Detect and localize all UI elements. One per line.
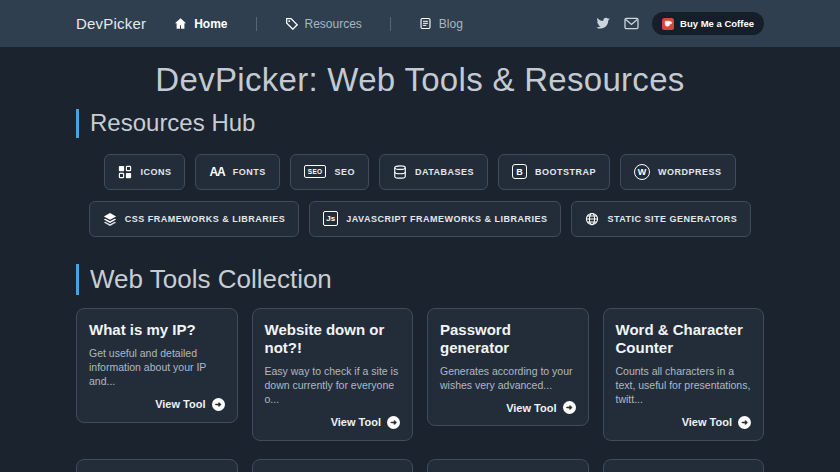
web-tools-heading: Web Tools Collection	[76, 264, 764, 295]
tool-description: Easy way to check if a site is down curr…	[265, 364, 401, 407]
resources-row-1: ICONS AA FONTS SEO SEO DATABASES B BOOTS…	[76, 154, 764, 190]
arrow-right-circle-icon: ➜	[212, 398, 225, 411]
buy-me-a-coffee-button[interactable]: Buy Me a Coffee	[652, 12, 764, 35]
resource-label: JAVASCRIPT FRAMEWORKS & LIBRARIES	[346, 214, 547, 224]
nav-item-label: Blog	[439, 17, 463, 31]
arrow-right-circle-icon: ➜	[387, 416, 400, 429]
tool-description: Get useful and detailed information abou…	[89, 346, 225, 389]
mail-icon[interactable]	[624, 17, 639, 30]
view-tool-link[interactable]: View Tool ➜	[440, 401, 576, 414]
resource-label: ICONS	[140, 167, 171, 177]
view-tool-link[interactable]: View Tool ➜	[616, 416, 752, 429]
tool-title: Website down or not?!	[265, 321, 401, 357]
tool-title: Password generator	[440, 321, 576, 357]
layers-icon	[103, 212, 117, 226]
database-icon	[393, 165, 407, 179]
tool-card-website-down: Website down or not?! Easy way to check …	[252, 308, 414, 441]
tool-title: What is my IP?	[89, 321, 225, 339]
view-tool-link[interactable]: View Tool ➜	[265, 416, 401, 429]
resource-button-wordpress[interactable]: W WORDPRESS	[620, 154, 736, 190]
nav-item-resources[interactable]: Resources	[285, 17, 362, 31]
resource-label: SEO	[334, 167, 355, 177]
page-title: DevPicker: Web Tools & Resources	[76, 61, 764, 99]
buy-me-a-coffee-label: Buy Me a Coffee	[680, 18, 754, 29]
tool-card-word-character-counter: Word & Character Counter Counts all char…	[603, 308, 765, 441]
seo-icon: SEO	[304, 165, 327, 178]
resource-button-css-frameworks[interactable]: CSS FRAMEWORKS & LIBRARIES	[89, 201, 300, 237]
tool-description: Generates according to your wishes very …	[440, 364, 576, 392]
tool-card-password-generator: Password generator Generates according t…	[427, 308, 589, 426]
resource-button-static-site-generators[interactable]: STATIC SITE GENERATORS	[571, 201, 751, 237]
tools-grid: What is my IP? Get useful and detailed i…	[76, 308, 764, 472]
resource-button-icons[interactable]: ICONS	[104, 154, 185, 190]
navbar: DevPicker Home Resources Blog	[0, 0, 840, 47]
tool-card-case-converter: Case converter Convert upper case to low…	[76, 459, 238, 472]
resource-button-bootstrap[interactable]: B BOOTSTRAP	[498, 154, 610, 190]
resource-label: DATABASES	[415, 167, 474, 177]
twitter-icon[interactable]	[596, 16, 611, 31]
resource-button-databases[interactable]: DATABASES	[379, 154, 488, 190]
globe-icon	[585, 212, 599, 226]
arrow-right-circle-icon: ➜	[738, 416, 751, 429]
fonts-icon: AA	[209, 165, 224, 179]
view-tool-label: View Tool	[155, 398, 205, 410]
resource-label: WORDPRESS	[658, 167, 722, 177]
resources-hub-heading: Resources Hub	[76, 109, 764, 138]
resource-label: BOOTSTRAP	[535, 167, 596, 177]
resource-button-js-frameworks[interactable]: Js JAVASCRIPT FRAMEWORKS & LIBRARIES	[309, 201, 561, 237]
javascript-icon: Js	[323, 211, 338, 226]
brand-logo[interactable]: DevPicker	[76, 15, 146, 32]
tool-card-what-is-my-ip: What is my IP? Get useful and detailed i…	[76, 308, 238, 423]
grid-icon	[118, 165, 132, 179]
tool-title: Word & Character Counter	[616, 321, 752, 357]
nav-right: Buy Me a Coffee	[596, 12, 764, 35]
arrow-right-circle-icon: ➜	[563, 401, 576, 414]
nav-links: Home Resources Blog	[174, 17, 463, 31]
main-content: DevPicker: Web Tools & Resources Resourc…	[76, 61, 764, 472]
resource-label: CSS FRAMEWORKS & LIBRARIES	[125, 214, 286, 224]
home-icon	[174, 17, 187, 30]
nav-item-label: Resources	[305, 17, 362, 31]
tool-description: Counts all characters in a text, useful …	[616, 364, 752, 407]
nav-item-home[interactable]: Home	[174, 17, 227, 31]
coffee-cup-icon	[662, 18, 674, 30]
tool-card-base64-encode-decode: Base64 Encode / Decode Tool what is goin…	[603, 459, 765, 472]
resources-row-2: CSS FRAMEWORKS & LIBRARIES Js JAVASCRIPT…	[76, 201, 764, 237]
nav-item-label: Home	[194, 17, 227, 31]
nav-separator	[390, 17, 391, 31]
tool-card-image-color-picker: Image Color Picker Upload file from your…	[427, 459, 589, 472]
tag-icon	[285, 17, 298, 30]
view-tool-label: View Tool	[331, 416, 381, 428]
view-tool-link[interactable]: View Tool ➜	[89, 398, 225, 411]
nav-separator	[256, 17, 257, 31]
blog-icon	[419, 17, 432, 30]
view-tool-label: View Tool	[506, 402, 556, 414]
bootstrap-icon: B	[512, 164, 527, 179]
resource-label: STATIC SITE GENERATORS	[607, 214, 737, 224]
resource-button-fonts[interactable]: AA FONTS	[195, 154, 279, 190]
resource-button-seo[interactable]: SEO SEO	[290, 154, 369, 190]
tool-card-hash-generator: Hash generator You can calculate hash fo…	[252, 459, 414, 472]
view-tool-label: View Tool	[682, 416, 732, 428]
resource-label: FONTS	[233, 167, 266, 177]
nav-item-blog[interactable]: Blog	[419, 17, 463, 31]
wordpress-icon: W	[634, 164, 650, 180]
